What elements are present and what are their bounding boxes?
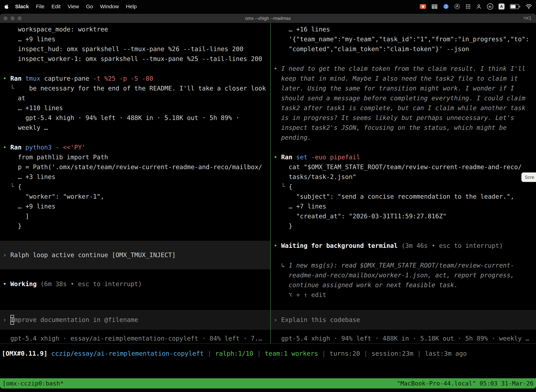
- terminal-line: inspect_worker-1: omx sparkshell --tmux-…: [0, 54, 270, 64]
- pane-status-line: gpt-5.4 xhigh · 94% left · 488K in · 5.1…: [271, 334, 536, 343]
- text-segment: capture-pane: [44, 75, 93, 82]
- input-source-icon[interactable]: A: [498, 4, 505, 9]
- tmux-session-label: [omx-cczip0:bash*: [2, 380, 64, 387]
- terminal-line: [271, 142, 536, 152]
- apple-menu[interactable]: [3, 4, 12, 9]
- text-segment: later. Using the same for transition mig…: [274, 85, 514, 92]
- text-segment: "subject": "send a concise recommendatio…: [274, 193, 514, 200]
- menu-item-window[interactable]: Window: [96, 0, 122, 13]
- keyboard-grid-icon[interactable]: [431, 4, 438, 9]
- terminal-line: [271, 231, 536, 241]
- blue-app-icon[interactable]: [443, 4, 449, 9]
- terminal-line: continue assigned work or next feasible …: [271, 280, 536, 290]
- profile-icon[interactable]: [476, 4, 482, 9]
- text-segment: - <<'PY': [55, 144, 86, 151]
- battery-gauge-icon[interactable]: 61: [487, 3, 493, 10]
- text-segment: |: [318, 350, 330, 357]
- menu-item-edit[interactable]: Edit: [48, 0, 64, 13]
- pane-hud[interactable]: … +16 lines '{"team_name":"my-team","tas…: [271, 23, 536, 343]
- terminal-line: should send a message before completing …: [271, 93, 536, 103]
- dots-grid-icon[interactable]: [465, 4, 471, 9]
- terminal-line: … +110 lines: [0, 103, 270, 113]
- text-segment: ›: [274, 315, 281, 325]
- pane-spacer: [271, 300, 536, 310]
- text-segment: •: [274, 242, 281, 249]
- dark-app-icon[interactable]: [454, 4, 460, 9]
- terminal-line: [271, 54, 536, 64]
- text-segment: workspace_mode: worktree: [3, 26, 108, 33]
- text-segment: I need to get the claim token from the c…: [281, 65, 526, 72]
- terminal-line: • Waiting for background terminal (3m 46…: [271, 241, 536, 251]
- text-segment: '{"team_name":"my-team","task_id":"1","f…: [274, 36, 529, 43]
- terminal-line: readme-and-reco/mailbox/worker-1.json, a…: [271, 270, 536, 280]
- text-segment: -t %25 -p -S -80: [93, 75, 153, 82]
- text-segment: turns:20: [330, 350, 360, 357]
- text-segment: └: [274, 183, 289, 190]
- text-segment: ↳: [274, 262, 289, 269]
- terminal-line: • Ran tmux capture-pane -t %25 -p -S -80: [0, 74, 270, 84]
- text-segment: session:23m: [371, 350, 413, 357]
- menu-item-help[interactable]: Help: [122, 0, 140, 13]
- text-segment: ›: [3, 315, 10, 325]
- screen-recording-indicator-icon[interactable]: [420, 4, 426, 9]
- prompt-input[interactable]: › Explain this codebase: [271, 310, 536, 330]
- text-segment: "created_at": "2026-03-31T11:59:27.816Z": [274, 213, 446, 220]
- text-segment: team:1 workers: [265, 350, 318, 357]
- pane-split: workspace_mode: worktree … +9 lines insp…: [0, 23, 536, 344]
- battery-fill: [511, 5, 516, 8]
- terminal-line: [0, 64, 270, 74]
- text-segment: is in progress? It seems likely but perh…: [274, 114, 514, 121]
- terminal-line: ]: [0, 211, 270, 221]
- text-segment: continue assigned work or next feasible …: [274, 281, 458, 289]
- text-segment: |: [204, 350, 215, 357]
- text-segment: python3: [25, 144, 55, 151]
- menu-item-file[interactable]: File: [32, 0, 48, 13]
- terminal-line: • Ran python3 - <<'PY': [0, 142, 270, 152]
- desktop: { "menu_bar": { "items": ["Slack", "File…: [0, 0, 536, 392]
- inject-banner: › Ralph loop active continue [OMX_TMUX_I…: [0, 241, 270, 269]
- text-segment: from pathlib import Path: [3, 154, 108, 161]
- terminal-line: weekly …: [0, 123, 270, 133]
- text-segment: }: [274, 222, 292, 229]
- text-segment: └: [3, 85, 29, 92]
- pane-worker[interactable]: workspace_mode: worktree … +9 lines insp…: [0, 23, 270, 343]
- minimize-button[interactable]: [10, 16, 14, 20]
- text-segment: (6m 38s • esc to interrupt): [40, 280, 142, 288]
- text-segment: [48, 350, 51, 357]
- terminal-blank-area: [0, 359, 536, 378]
- text-segment: {: [18, 183, 22, 190]
- battery-nub: [519, 6, 520, 8]
- screen-share-pill[interactable]: Scre: [522, 173, 536, 182]
- screen-share-pill-label: Scre: [525, 175, 534, 180]
- menu-bar-left: Slack File Edit View Go Window Help: [3, 0, 140, 13]
- window-title: omx --xhigh --madmax: [0, 16, 536, 21]
- zoom-button[interactable]: [18, 16, 22, 20]
- text-segment: … +9 lines: [3, 203, 55, 210]
- text-segment: keep that in mind. Maybe I also need the…: [274, 75, 518, 82]
- text-segment: └: [3, 183, 18, 190]
- menu-item-go[interactable]: Go: [82, 0, 96, 13]
- terminal-line: [271, 251, 536, 261]
- terminal-line: ⌥ + ↑ edit: [271, 290, 536, 300]
- menu-item-slack[interactable]: Slack: [12, 0, 32, 13]
- traffic-lights: [0, 16, 22, 20]
- menu-item-view[interactable]: View: [64, 0, 82, 13]
- text-segment: inspect_worker-1: omx sparkshell --tmux-…: [3, 55, 262, 62]
- omx-status-line: [OMX#0.11.9] cczip/essay/ai-reimplementa…: [0, 349, 536, 359]
- text-segment: }: [3, 222, 22, 229]
- battery-icon[interactable]: [510, 4, 520, 9]
- text-segment: inspect_hud: omx sparkshell --tmux-pane …: [3, 45, 243, 52]
- text-segment: ]: [3, 213, 29, 220]
- text-segment: … +3 lines: [3, 173, 55, 180]
- terminal-line: at: [0, 93, 270, 103]
- menu-bar-status-items: 61 A: [420, 3, 533, 10]
- text-segment: |: [413, 350, 425, 357]
- text-segment: Explain this codebase: [281, 315, 360, 325]
- text-segment: mprove documentation in @filename: [14, 315, 138, 325]
- menu-bar: Slack File Edit View Go Window Help 61 A: [0, 0, 536, 13]
- terminal-line: … +3 lines: [0, 172, 270, 182]
- prompt-input[interactable]: › Improve documentation in @filename: [0, 310, 270, 330]
- wifi-icon[interactable]: [526, 4, 532, 9]
- close-button[interactable]: [4, 16, 8, 20]
- text-segment: ›: [3, 250, 10, 260]
